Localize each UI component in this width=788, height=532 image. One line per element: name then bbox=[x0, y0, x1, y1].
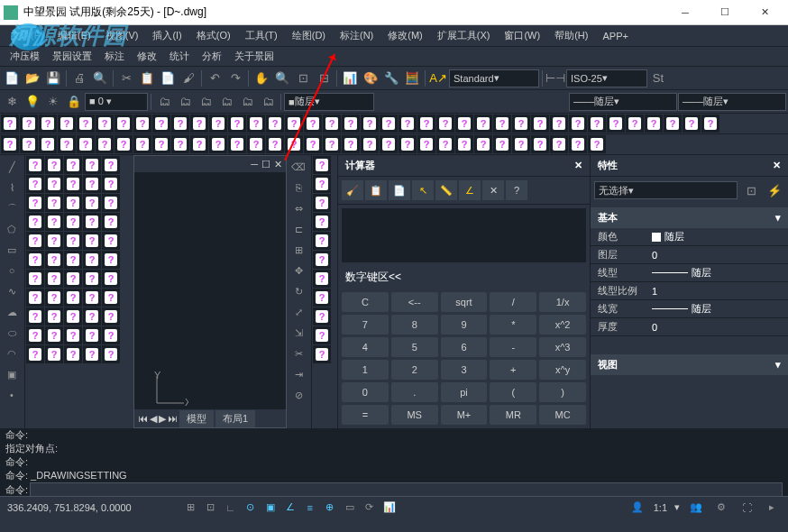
calc-key-4[interactable]: 4 bbox=[342, 337, 389, 357]
move-icon[interactable]: ✥ bbox=[289, 261, 308, 280]
plugin-icon[interactable] bbox=[45, 307, 63, 326]
calc-dist-icon[interactable]: 📏 bbox=[435, 180, 457, 200]
plugin-icon[interactable] bbox=[20, 115, 38, 133]
grid-icon[interactable]: ⊞ bbox=[182, 500, 200, 516]
plugin-icon[interactable] bbox=[26, 251, 44, 269]
plugin-icon[interactable] bbox=[64, 345, 82, 363]
calc-icon[interactable]: 🧮 bbox=[402, 69, 422, 88]
calc-key-7[interactable]: 7 bbox=[342, 315, 389, 335]
plugin-icon[interactable] bbox=[133, 115, 151, 133]
tab-nav-last[interactable]: ⏭ bbox=[168, 413, 178, 424]
calc-key-[interactable]: = bbox=[342, 405, 389, 425]
coordinates[interactable]: 336.2409, 751.8294, 0.0000 bbox=[7, 502, 132, 513]
plugin-icon[interactable] bbox=[493, 115, 511, 133]
plugin-icon[interactable] bbox=[26, 326, 44, 344]
tab-nav-first[interactable]: ⏮ bbox=[138, 413, 148, 424]
plugin-icon[interactable] bbox=[39, 135, 57, 153]
layer0-dropdown[interactable]: ■ 0 ▾ bbox=[85, 93, 148, 111]
otrack-icon[interactable]: ∠ bbox=[281, 500, 299, 516]
plugin-icon[interactable] bbox=[342, 115, 360, 133]
offset-icon[interactable]: ⊏ bbox=[289, 219, 308, 239]
doc-min-icon[interactable]: ─ bbox=[251, 159, 258, 170]
new-icon[interactable]: 📄 bbox=[2, 69, 22, 88]
props-selection-dropdown[interactable]: 无选择 ▾ bbox=[594, 181, 738, 199]
plugin-icon[interactable] bbox=[45, 232, 63, 250]
tab-layout1[interactable]: 布局1 bbox=[215, 410, 255, 427]
calc-key-M[interactable]: M+ bbox=[441, 405, 488, 425]
plugin-icon[interactable] bbox=[133, 135, 151, 153]
snap-icon[interactable]: ⊡ bbox=[202, 500, 220, 516]
plugin-icon[interactable] bbox=[342, 135, 360, 153]
plugin-icon[interactable] bbox=[171, 135, 189, 153]
dim-style-icon[interactable]: ⊢⊣ bbox=[545, 69, 565, 88]
calc-key-[interactable]: ) bbox=[539, 382, 586, 402]
calc-key-1[interactable]: 1 bbox=[342, 360, 389, 380]
calc-pick-icon[interactable]: ↖ bbox=[412, 180, 434, 200]
plugin-icon[interactable] bbox=[607, 115, 625, 133]
plugin-icon[interactable] bbox=[96, 115, 114, 133]
plugin-icon[interactable] bbox=[26, 307, 44, 326]
plugin-icon[interactable] bbox=[266, 115, 284, 133]
sun-icon[interactable]: ☀ bbox=[43, 92, 63, 112]
plugin-icon[interactable] bbox=[77, 115, 95, 133]
ellipse-icon[interactable]: ⬭ bbox=[2, 323, 22, 343]
plugin-icon[interactable] bbox=[588, 135, 606, 153]
layer-off-icon[interactable]: 🗂 bbox=[216, 92, 236, 112]
calc-key-xy[interactable]: x^y bbox=[539, 360, 586, 380]
plugin-icon[interactable] bbox=[399, 135, 417, 153]
props-icon[interactable]: 📊 bbox=[340, 69, 360, 88]
calc-key-MS[interactable]: MS bbox=[391, 405, 438, 425]
calc-key-[interactable]: - bbox=[490, 337, 536, 357]
plugin-icon[interactable] bbox=[45, 194, 63, 212]
plugin-icon[interactable] bbox=[26, 194, 44, 212]
scale-label[interactable]: 1:1 bbox=[654, 502, 667, 513]
plugin-icon[interactable] bbox=[313, 345, 331, 363]
plugin-icon[interactable] bbox=[45, 326, 63, 344]
plugin-icon[interactable] bbox=[512, 115, 530, 133]
prop-row[interactable]: 线型比例 1 bbox=[591, 282, 788, 300]
layer-icon[interactable]: ❄ bbox=[2, 92, 22, 112]
break-icon[interactable]: ⊘ bbox=[289, 385, 308, 405]
plugin-icon[interactable] bbox=[83, 270, 101, 288]
cloud-icon[interactable]: ☁ bbox=[2, 302, 22, 322]
calc-key-2[interactable]: 2 bbox=[391, 360, 438, 380]
calc-key-6[interactable]: 6 bbox=[441, 337, 488, 357]
plugin-icon[interactable] bbox=[83, 307, 101, 326]
plugin-icon[interactable] bbox=[313, 307, 331, 326]
calc-key-x3[interactable]: x^3 bbox=[539, 337, 586, 357]
tab-nav-prev[interactable]: ◀ bbox=[150, 413, 157, 425]
calc-key-sqrt[interactable]: sqrt bbox=[441, 292, 488, 312]
save-icon[interactable]: 💾 bbox=[43, 69, 63, 88]
plugin-icon[interactable] bbox=[645, 115, 663, 133]
plugin-icon[interactable] bbox=[152, 115, 170, 133]
menu2-modify[interactable]: 修改 bbox=[131, 48, 163, 65]
plugin-icon[interactable] bbox=[380, 135, 398, 153]
plugin-icon[interactable] bbox=[83, 156, 101, 174]
plugin-icon[interactable] bbox=[399, 115, 417, 133]
props-section-view[interactable]: 视图▾ bbox=[591, 354, 788, 375]
rectangle-icon[interactable]: ▭ bbox=[2, 240, 22, 260]
calc-key-3[interactable]: 3 bbox=[441, 360, 488, 380]
zoom-window-icon[interactable]: ⊡ bbox=[293, 69, 313, 88]
props-close-icon[interactable]: ✕ bbox=[773, 160, 781, 171]
plugin-icon[interactable] bbox=[26, 175, 44, 193]
plugin-icon[interactable] bbox=[1, 135, 19, 153]
dyn-icon[interactable]: ⊕ bbox=[321, 500, 339, 516]
plugin-icon[interactable] bbox=[26, 270, 44, 288]
array-icon[interactable]: ⊞ bbox=[289, 240, 308, 260]
plugin-icon[interactable] bbox=[83, 232, 101, 250]
polar-icon[interactable]: ⊙ bbox=[242, 500, 260, 516]
plugin-icon[interactable] bbox=[380, 115, 398, 133]
ellipse-arc-icon[interactable]: ◠ bbox=[2, 344, 22, 363]
calc-help-icon[interactable]: ? bbox=[506, 180, 527, 200]
print-icon[interactable]: 🖨 bbox=[69, 69, 89, 88]
cut-icon[interactable]: ✂ bbox=[116, 69, 136, 88]
plugin-icon[interactable] bbox=[96, 135, 114, 153]
plugin-icon[interactable] bbox=[64, 194, 82, 212]
plugin-icon[interactable] bbox=[64, 251, 82, 269]
plugin-icon[interactable] bbox=[83, 194, 101, 212]
calc-key-[interactable]: / bbox=[490, 292, 536, 312]
linetype-dropdown[interactable]: ─── 随层 ▾ bbox=[569, 93, 677, 111]
plugin-icon[interactable] bbox=[39, 115, 57, 133]
plugin-icon[interactable] bbox=[626, 115, 644, 133]
